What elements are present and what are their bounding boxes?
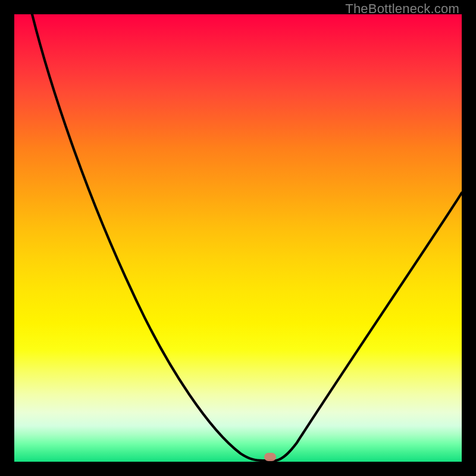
bottleneck-marker (264, 453, 276, 461)
watermark-text: TheBottleneck.com (345, 1, 459, 17)
chart-frame: TheBottleneck.com (0, 0, 476, 476)
bottleneck-curve (14, 14, 462, 462)
chart-plot-area (14, 14, 462, 462)
